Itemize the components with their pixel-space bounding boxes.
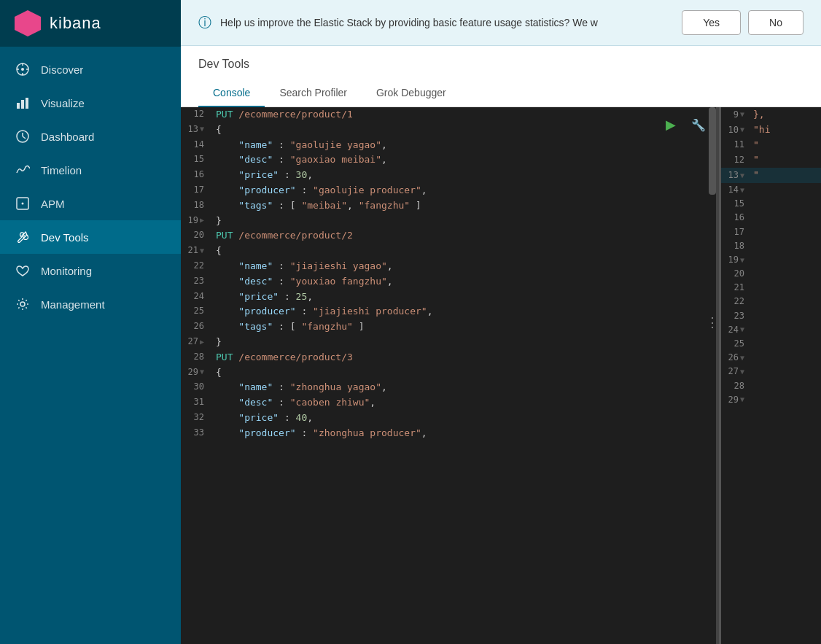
kibana-logo-icon — [15, 10, 41, 36]
output-linenum-19: 19 ▼ — [721, 253, 749, 267]
line-code-12: PUT /ecommerce/product/1 — [210, 107, 716, 123]
svg-point-1 — [21, 68, 24, 71]
editor-line-29: 29 ▼ { — [181, 365, 716, 381]
line-num-18: 18 — [181, 198, 210, 212]
banner-yes-button[interactable]: Yes — [682, 10, 741, 35]
tab-console[interactable]: Console — [198, 79, 265, 107]
editor-line-23: 23 "desc" : "youxiao fangzhu", — [181, 274, 716, 290]
info-icon: ⓘ — [198, 14, 211, 31]
line-num-22: 22 — [181, 259, 210, 273]
editor-line-27: 27 ▶ } — [181, 335, 716, 350]
sidebar-item-management[interactable]: Management — [0, 287, 181, 321]
line-code-25: "producer" : "jiajieshi producer", — [210, 304, 716, 319]
output-linenum-12: 12 — [721, 152, 749, 168]
output-line-18: 18 — [721, 239, 821, 253]
svg-rect-8 — [26, 98, 28, 109]
clock-icon — [15, 128, 31, 144]
output-line-22: 22 — [721, 295, 821, 309]
sidebar-item-discover[interactable]: Discover — [0, 53, 181, 86]
line-num-17: 17 — [181, 183, 210, 197]
editor-line-17: 17 "producer" : "gaolujie producer", — [181, 183, 716, 198]
editor-line-22: 22 "name" : "jiajieshi yagao", — [181, 259, 716, 274]
output-line-21: 21 — [721, 281, 821, 295]
editor-content[interactable]: 12 PUT /ecommerce/product/1 13 ▼ { 14 "n… — [181, 107, 716, 644]
line-num-14: 14 — [181, 138, 210, 152]
devtools-container: Dev Tools Console Search Profiler Grok D… — [181, 46, 821, 644]
run-button[interactable]: ▶ — [659, 113, 682, 136]
editor-area: 12 PUT /ecommerce/product/1 13 ▼ { 14 "n… — [181, 107, 821, 644]
svg-line-11 — [23, 136, 26, 139]
output-linenum-24: 24 ▼ — [721, 323, 749, 337]
line-code-20: PUT /ecommerce/product/2 — [210, 228, 716, 244]
editor-line-13: 13 ▼ { — [181, 123, 716, 138]
tab-grok-debugger[interactable]: Grok Debugger — [362, 79, 461, 107]
line-num-25: 25 — [181, 304, 210, 318]
editor-line-18: 18 "tags" : [ "meibai", "fangzhu" ] — [181, 198, 716, 214]
line-num-21: 21 ▼ — [181, 244, 210, 257]
editor-line-30: 30 "name" : "zhonghua yagao", — [181, 380, 716, 395]
output-panel[interactable]: 9 ▼ }, 10 ▼ "hi 11 " 12 " 13 ▼ " — [719, 107, 821, 644]
sidebar-item-visualize[interactable]: Visualize — [0, 86, 181, 120]
editor-toolbar: ▶ 🔧 — [659, 113, 710, 136]
code-editor[interactable]: 12 PUT /ecommerce/product/1 13 ▼ { 14 "n… — [181, 107, 716, 644]
line-code-13: { — [210, 123, 716, 138]
line-code-14: "name" : "gaolujie yagao", — [210, 138, 716, 153]
line-code-22: "name" : "jiajieshi yagao", — [210, 259, 716, 274]
editor-line-15: 15 "desc" : "gaoxiao meibai", — [181, 152, 716, 168]
devtools-tabs: Console Search Profiler Grok Debugger — [198, 79, 804, 106]
sidebar-item-visualize-label: Visualize — [41, 97, 85, 109]
sidebar-nav: Discover Visualize Dashboard — [0, 47, 181, 644]
banner-no-button[interactable]: No — [748, 10, 804, 35]
output-linenum-16: 16 — [721, 211, 749, 225]
gear-icon — [15, 296, 31, 312]
compass-icon — [15, 61, 31, 77]
sidebar-item-timelion[interactable]: Timelion — [0, 153, 181, 187]
output-line-9: 9 ▼ }, — [721, 107, 821, 123]
editor-line-19: 19 ▶ } — [181, 214, 716, 229]
sidebar-item-discover-label: Discover — [41, 63, 83, 76]
line-code-32: "price" : 40, — [210, 411, 716, 426]
output-line-27: 27 ▼ — [721, 365, 821, 379]
line-num-16: 16 — [181, 168, 210, 182]
svg-point-13 — [22, 203, 24, 205]
line-num-29: 29 ▼ — [181, 365, 210, 379]
line-code-29: { — [210, 365, 716, 381]
svg-rect-6 — [17, 103, 20, 109]
output-linenum-20: 20 — [721, 267, 749, 281]
line-num-32: 32 — [181, 411, 210, 424]
line-code-23: "desc" : "youxiao fangzhu", — [210, 274, 716, 290]
line-num-33: 33 — [181, 426, 210, 440]
output-linenum-13: 13 ▼ — [721, 168, 749, 183]
editor-line-33: 33 "producer" : "zhonghua producer", — [181, 426, 716, 441]
output-linenum-26: 26 ▼ — [721, 351, 749, 365]
settings-button[interactable]: 🔧 — [687, 113, 710, 136]
sidebar-item-monitoring[interactable]: Monitoring — [0, 254, 181, 287]
output-linenum-9: 9 ▼ — [721, 107, 749, 123]
output-linenum-10: 10 ▼ — [721, 123, 749, 138]
output-line-11: 11 " — [721, 138, 821, 153]
output-line-12: 12 " — [721, 152, 821, 168]
line-code-19: } — [210, 214, 716, 229]
output-line-23: 23 — [721, 309, 821, 323]
bar-chart-icon — [15, 95, 31, 111]
svg-point-14 — [20, 302, 25, 306]
line-num-24: 24 — [181, 290, 210, 303]
editor-line-14: 14 "name" : "gaolujie yagao", — [181, 138, 716, 153]
line-code-18: "tags" : [ "meibai", "fangzhu" ] — [210, 198, 716, 214]
scrollbar-thumb[interactable] — [709, 107, 716, 195]
editor-line-12: 12 PUT /ecommerce/product/1 — [181, 107, 716, 123]
sidebar-item-apm-label: APM — [41, 198, 65, 210]
sidebar: kibana Discover — [0, 0, 181, 644]
output-linenum-21: 21 — [721, 281, 749, 295]
sidebar-item-apm[interactable]: APM — [0, 187, 181, 220]
editor-line-24: 24 "price" : 25, — [181, 290, 716, 305]
line-num-28: 28 — [181, 350, 210, 364]
sidebar-item-dashboard[interactable]: Dashboard — [0, 120, 181, 153]
banner-actions: Yes No — [682, 10, 804, 35]
line-num-27: 27 ▶ — [181, 335, 210, 349]
editor-line-21: 21 ▼ { — [181, 244, 716, 259]
output-linenum-18: 18 — [721, 239, 749, 253]
tab-search-profiler[interactable]: Search Profiler — [265, 79, 362, 107]
sidebar-item-dev-tools-label: Dev Tools — [41, 231, 89, 244]
sidebar-item-dev-tools[interactable]: Dev Tools — [0, 220, 181, 254]
